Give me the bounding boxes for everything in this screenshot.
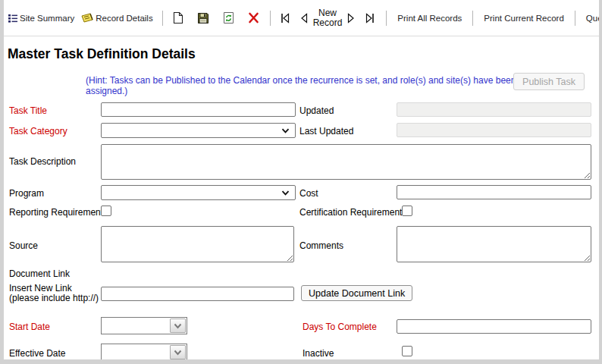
inactive-label: Inactive <box>303 348 334 359</box>
updated-label: Updated <box>299 105 334 116</box>
chevron-down-icon <box>174 350 182 356</box>
task-description-label: Task Description <box>9 156 76 167</box>
save-button[interactable] <box>196 11 211 26</box>
print-all-records-button[interactable]: Print All Records <box>396 12 463 24</box>
certification-requirement-checkbox[interactable] <box>402 206 412 216</box>
source-textarea[interactable] <box>101 226 294 262</box>
source-label: Source <box>9 240 38 251</box>
toolbar-separator <box>472 11 473 26</box>
toolbar-separator <box>575 11 575 26</box>
site-summary-label: Site Summary <box>20 14 74 23</box>
last-updated-input <box>397 123 591 137</box>
last-record-button[interactable] <box>363 11 377 26</box>
days-to-complete-label: Days To Complete <box>303 322 377 332</box>
cost-input[interactable] <box>397 185 591 199</box>
red-x-icon <box>248 12 259 24</box>
last-updated-label: Last Updated <box>299 126 353 136</box>
new-record-label: New Record <box>313 8 343 28</box>
previous-record-button[interactable] <box>298 11 310 26</box>
print-current-record-button[interactable]: Print Current Record <box>482 12 565 24</box>
program-label: Program <box>9 188 44 199</box>
master-task-definition-form: Site Summary Record Details <box>0 0 602 364</box>
new-record-button[interactable] <box>171 10 185 26</box>
insert-new-link-input[interactable] <box>101 287 294 301</box>
page-title: Master Task Definition Details <box>8 46 196 62</box>
toolbar-separator <box>386 11 387 26</box>
toolbar-separator <box>270 11 271 26</box>
toolbar-separator <box>162 11 163 26</box>
delete-button[interactable] <box>246 11 261 25</box>
chevron-down-icon <box>174 323 182 329</box>
note-icon <box>80 13 93 24</box>
publish-task-button: Publish Task <box>513 73 585 90</box>
reporting-requirement-label: Reporting Requirement <box>9 207 103 218</box>
comments-label: Comments <box>299 240 343 251</box>
cost-label: Cost <box>299 188 318 199</box>
start-date-label: Start Date <box>9 322 50 332</box>
toolbar: Site Summary Record Details <box>4 0 599 36</box>
insert-new-link-label: Insert New Link <box>9 283 72 293</box>
save-floppy-icon <box>197 12 209 24</box>
update-document-link-button[interactable]: Update Document Link <box>301 285 412 301</box>
chevron-down-icon <box>281 190 290 196</box>
list-icon <box>8 14 17 23</box>
document-link-label: Document Link <box>9 268 70 279</box>
days-to-complete-input[interactable] <box>397 319 591 334</box>
task-title-label: Task Title <box>9 105 47 116</box>
hint-text: (Hint: Tasks can be Published to the Cal… <box>86 75 522 96</box>
next-record-button[interactable] <box>345 11 357 26</box>
effective-date-combobox[interactable] <box>101 344 187 361</box>
combobox-dropdown-button[interactable] <box>170 318 186 333</box>
certification-requirement-label: Certification Requirement <box>299 207 402 218</box>
next-record-icon <box>346 12 356 24</box>
site-summary-button[interactable]: Site Summary <box>7 12 76 24</box>
window-edge <box>599 0 602 364</box>
new-document-icon <box>172 11 183 24</box>
refresh-button[interactable] <box>221 10 236 26</box>
comments-textarea[interactable] <box>397 226 591 262</box>
task-title-input[interactable] <box>101 102 296 117</box>
record-details-label: Record Details <box>96 14 152 23</box>
window-edge <box>0 359 602 364</box>
window-edge <box>0 0 4 364</box>
record-details-button[interactable]: Record Details <box>79 11 154 25</box>
program-select[interactable] <box>101 185 296 200</box>
first-record-button[interactable] <box>278 11 292 26</box>
effective-date-label: Effective Date <box>9 348 65 359</box>
start-date-combobox[interactable] <box>101 317 187 334</box>
updated-input <box>397 102 591 117</box>
refresh-icon <box>223 11 234 24</box>
task-category-select[interactable] <box>101 123 296 138</box>
first-record-icon <box>280 12 290 24</box>
combobox-dropdown-button[interactable] <box>170 345 186 359</box>
reporting-requirement-checkbox[interactable] <box>101 206 111 216</box>
chevron-down-icon <box>281 128 290 133</box>
inactive-checkbox[interactable] <box>402 346 412 356</box>
previous-record-icon <box>299 12 309 24</box>
last-record-icon <box>365 12 375 24</box>
insert-new-link-sublabel: (please include http://) <box>9 293 99 303</box>
task-category-label: Task Category <box>9 126 67 136</box>
task-description-textarea[interactable] <box>101 144 591 180</box>
